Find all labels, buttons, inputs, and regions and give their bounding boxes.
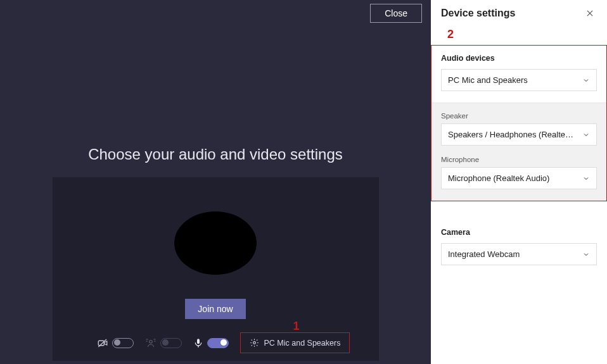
prejoin-main: Close Choose your audio and video settin… [0, 0, 431, 364]
camera-label: Camera [441, 228, 597, 237]
video-preview-card: Join now 1 [53, 177, 379, 361]
annotation-1: 1 [293, 320, 300, 333]
camera-group: Camera Integrated Webcam [431, 219, 607, 277]
speaker-select[interactable]: Speakers / Headphones (Realtek Aud... [441, 123, 597, 146]
camera-off-icon [97, 337, 108, 349]
audio-devices-highlight: Audio devices PC Mic and Speakers Speake… [431, 45, 607, 201]
microphone-icon [193, 337, 203, 349]
chevron-down-icon [582, 175, 590, 182]
join-now-button[interactable]: Join now [185, 299, 245, 319]
svg-point-9 [253, 342, 255, 344]
microphone-value: Microphone (Realtek Audio) [448, 173, 549, 183]
audio-device-select[interactable]: PC Mic and Speakers [441, 69, 597, 91]
svg-rect-7 [197, 339, 200, 344]
mic-control [193, 337, 229, 349]
chevron-down-icon [582, 77, 590, 84]
avatar-placeholder [174, 211, 257, 275]
speaker-mic-group: Speaker Speakers / Headphones (Realtek A… [431, 103, 607, 201]
svg-point-2 [149, 340, 152, 343]
background-toggle[interactable] [160, 338, 182, 348]
microphone-select[interactable]: Microphone (Realtek Audio) [441, 167, 597, 189]
chevron-down-icon [582, 131, 590, 139]
camera-toggle[interactable] [112, 338, 134, 348]
speaker-label: Speaker [441, 112, 597, 120]
mic-toggle[interactable] [207, 338, 229, 348]
panel-header: Device settings [431, 8, 607, 25]
camera-value: Integrated Webcam [448, 249, 520, 259]
prejoin-controls: PC Mic and Speakers [53, 332, 379, 353]
annotation-2: 2 [431, 25, 607, 45]
gear-icon [250, 338, 259, 348]
panel-close-button[interactable] [583, 8, 597, 19]
background-control [145, 337, 182, 349]
audio-devices-group: Audio devices PC Mic and Speakers [431, 45, 607, 103]
audio-device-value: PC Mic and Speakers [448, 75, 528, 85]
camera-select[interactable]: Integrated Webcam [441, 243, 597, 265]
speaker-value: Speakers / Headphones (Realtek Aud... [448, 130, 576, 139]
device-settings-panel: Device settings 2 Audio devices PC Mic a… [431, 0, 607, 364]
background-effects-icon [145, 337, 157, 349]
close-button[interactable]: Close [370, 4, 422, 23]
microphone-label: Microphone [441, 156, 597, 163]
audio-devices-label: Audio devices [441, 54, 597, 63]
panel-title: Device settings [441, 8, 515, 19]
page-heading: Choose your audio and video settings [88, 146, 343, 163]
chevron-down-icon [582, 251, 590, 258]
camera-control [97, 337, 134, 349]
device-settings-label: PC Mic and Speakers [264, 339, 341, 348]
device-settings-button[interactable]: PC Mic and Speakers [240, 332, 350, 353]
